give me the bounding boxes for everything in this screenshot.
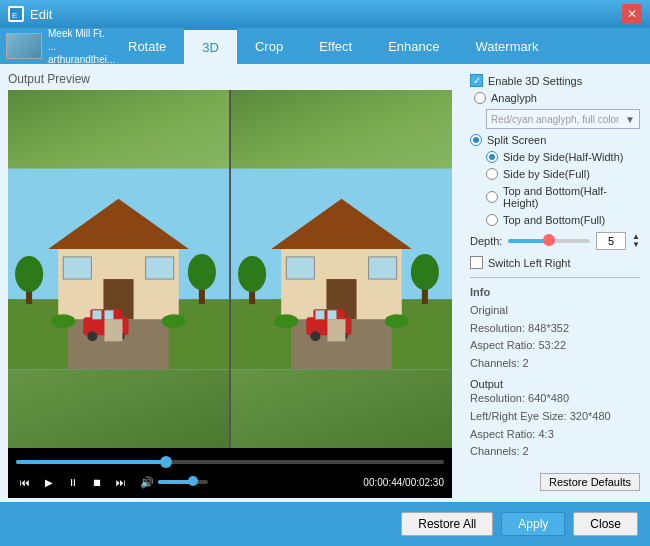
skip-back-button[interactable]: ⏮	[16, 473, 34, 491]
orig-channels: Channels: 2	[470, 355, 640, 373]
svg-rect-18	[92, 310, 101, 319]
depth-thumb[interactable]	[543, 234, 555, 246]
info-output: Output Resolution: 640*480 Left/Right Ey…	[470, 378, 640, 460]
svg-point-42	[274, 314, 298, 328]
switch-lr-row: Switch Left Right	[470, 256, 640, 269]
media-thumbnail: Meek Mill Ft. ... arthurandthei...	[0, 28, 110, 64]
thumbnail-image	[6, 33, 42, 59]
svg-point-32	[238, 256, 266, 292]
preview-panel: Output Preview	[0, 64, 460, 502]
main-content: Output Preview	[0, 64, 650, 502]
anaglyph-dropdown[interactable]: Red/cyan anaglyph, full color ▼	[486, 109, 640, 129]
option1-row: Side by Side(Half-Width)	[486, 151, 640, 163]
info-title: Info	[470, 286, 640, 298]
svg-point-22	[162, 314, 186, 328]
close-dialog-button[interactable]: Close	[573, 512, 638, 536]
svg-point-11	[15, 256, 43, 292]
original-label: Original	[470, 302, 640, 320]
settings-panel: ✓ Enable 3D Settings Anaglyph Red/cyan a…	[460, 64, 650, 502]
divider1	[470, 277, 640, 278]
option2-label: Side by Side(Full)	[503, 168, 590, 180]
tab-rotate[interactable]: Rotate	[110, 28, 184, 64]
restore-all-button[interactable]: Restore All	[401, 512, 493, 536]
orig-resolution: Resolution: 848*352	[470, 320, 640, 338]
orig-aspect: Aspect Ratio: 53:22	[470, 337, 640, 355]
volume-thumb[interactable]	[188, 476, 198, 486]
split-screen-label: Split Screen	[487, 134, 546, 146]
anaglyph-dropdown-row: Red/cyan anaglyph, full color ▼	[486, 109, 640, 129]
volume-track[interactable]	[158, 480, 208, 484]
svg-rect-40	[327, 310, 336, 319]
video-left	[8, 90, 229, 448]
progress-thumb[interactable]	[160, 456, 172, 468]
anaglyph-label: Anaglyph	[491, 92, 537, 104]
progress-track[interactable]	[16, 460, 444, 464]
video-right	[231, 90, 452, 448]
svg-point-21	[51, 314, 75, 328]
play-button[interactable]: ▶	[40, 473, 58, 491]
svg-point-13	[188, 254, 216, 290]
media-title: Meek Mill Ft. ...	[48, 27, 115, 53]
tab-3d[interactable]: 3D	[184, 28, 237, 64]
playback-controls: ⏮ ▶ ⏸ ⏹ ⏭ 🔊 00:00:44/00:02:30	[8, 448, 452, 498]
svg-point-43	[385, 314, 409, 328]
switch-lr-checkbox[interactable]	[470, 256, 483, 269]
info-section: Info Original Resolution: 848*352 Aspect…	[470, 286, 640, 461]
bottom-bar: Restore All Apply Close	[0, 502, 650, 546]
option3-label: Top and Bottom(Half-Height)	[503, 185, 640, 209]
close-button[interactable]: ✕	[622, 4, 642, 24]
out-resolution: Resolution: 640*480	[470, 390, 640, 408]
skip-forward-button[interactable]: ⏭	[112, 473, 130, 491]
controls-row: ⏮ ▶ ⏸ ⏹ ⏭ 🔊 00:00:44/00:02:30	[16, 473, 444, 491]
split-screen-radio[interactable]	[470, 134, 482, 146]
svg-rect-20	[104, 319, 122, 341]
option1-radio[interactable]	[486, 151, 498, 163]
out-aspect: Aspect Ratio: 4:3	[470, 426, 640, 444]
media-info: Meek Mill Ft. ... arthurandthei...	[48, 27, 115, 66]
anaglyph-radio[interactable]	[474, 92, 486, 104]
tab-crop[interactable]: Crop	[237, 28, 301, 64]
depth-spinner[interactable]: ▲ ▼	[632, 233, 640, 249]
volume-area: 🔊	[140, 476, 208, 489]
volume-icon: 🔊	[140, 476, 154, 489]
switch-lr-label: Switch Left Right	[488, 257, 571, 269]
svg-rect-30	[369, 257, 397, 279]
depth-track[interactable]	[508, 239, 590, 243]
svg-point-37	[310, 331, 320, 341]
tab-effect[interactable]: Effect	[301, 28, 370, 64]
out-lr-size: Left/Right Eye Size: 320*480	[470, 408, 640, 426]
option2-row: Side by Side(Full)	[486, 168, 640, 180]
svg-rect-29	[286, 257, 314, 279]
split-screen-row: Split Screen	[470, 134, 640, 146]
restore-defaults-button[interactable]: Restore Defaults	[540, 473, 640, 491]
anaglyph-row: Anaglyph	[474, 92, 640, 104]
svg-point-16	[87, 331, 97, 341]
option4-row: Top and Bottom(Full)	[486, 214, 640, 226]
svg-rect-19	[104, 310, 113, 319]
depth-input[interactable]	[596, 232, 626, 250]
dropdown-arrow: ▼	[625, 114, 635, 125]
stop-button[interactable]: ⏹	[88, 473, 106, 491]
option1-label: Side by Side(Half-Width)	[503, 151, 623, 163]
progress-bar-area[interactable]	[16, 455, 444, 469]
apply-button[interactable]: Apply	[501, 512, 565, 536]
tab-enhance[interactable]: Enhance	[370, 28, 457, 64]
option4-label: Top and Bottom(Full)	[503, 214, 605, 226]
depth-label: Depth:	[470, 235, 502, 247]
svg-rect-8	[63, 257, 91, 279]
tab-watermark[interactable]: Watermark	[457, 28, 556, 64]
progress-fill	[16, 460, 166, 464]
depth-row: Depth: ▲ ▼	[470, 232, 640, 250]
info-original: Original Resolution: 848*352 Aspect Rati…	[470, 302, 640, 372]
pause-button[interactable]: ⏸	[64, 473, 82, 491]
option2-radio[interactable]	[486, 168, 498, 180]
enable-3d-label: Enable 3D Settings	[488, 75, 582, 87]
enable-3d-checkbox[interactable]: ✓	[470, 74, 483, 87]
svg-point-34	[411, 254, 439, 290]
option4-radio[interactable]	[486, 214, 498, 226]
depth-down[interactable]: ▼	[632, 241, 640, 249]
split-options: Side by Side(Half-Width) Side by Side(Fu…	[486, 151, 640, 226]
output-label: Output	[470, 378, 640, 390]
option3-radio[interactable]	[486, 191, 498, 203]
svg-rect-9	[146, 257, 174, 279]
